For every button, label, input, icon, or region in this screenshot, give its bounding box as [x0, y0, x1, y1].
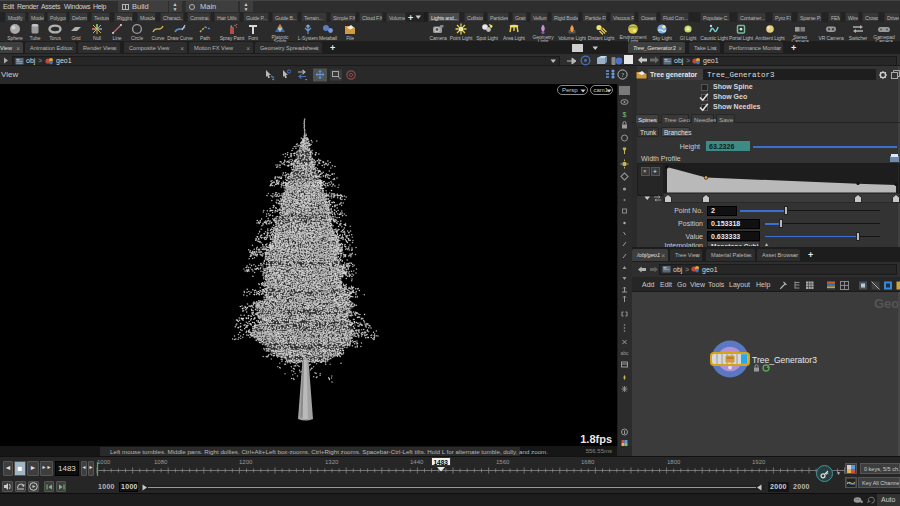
- svg-text:?: ?: [621, 71, 624, 79]
- svg-text:$: $: [623, 111, 627, 118]
- svg-text:abc: abc: [620, 350, 629, 356]
